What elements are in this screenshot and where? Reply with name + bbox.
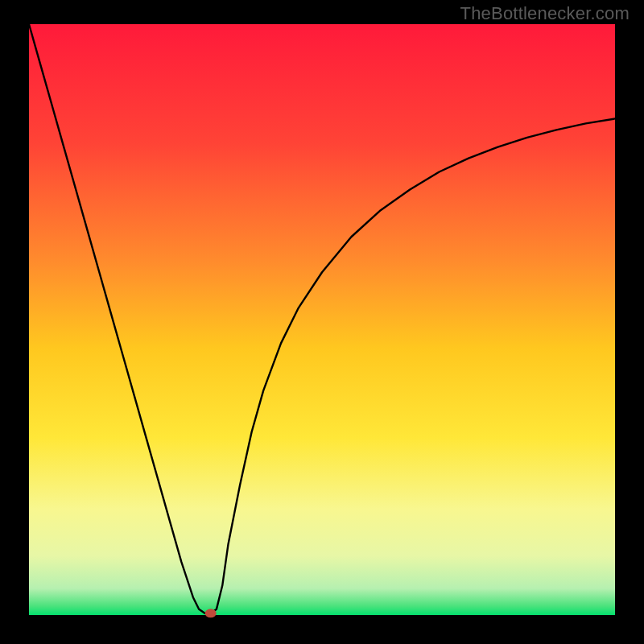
bottleneck-chart (0, 0, 644, 644)
watermark-text: TheBottlenecker.com (460, 3, 630, 24)
optimal-point-marker (205, 609, 217, 617)
chart-frame: TheBottlenecker.com (0, 0, 644, 644)
plot-background (29, 24, 615, 615)
